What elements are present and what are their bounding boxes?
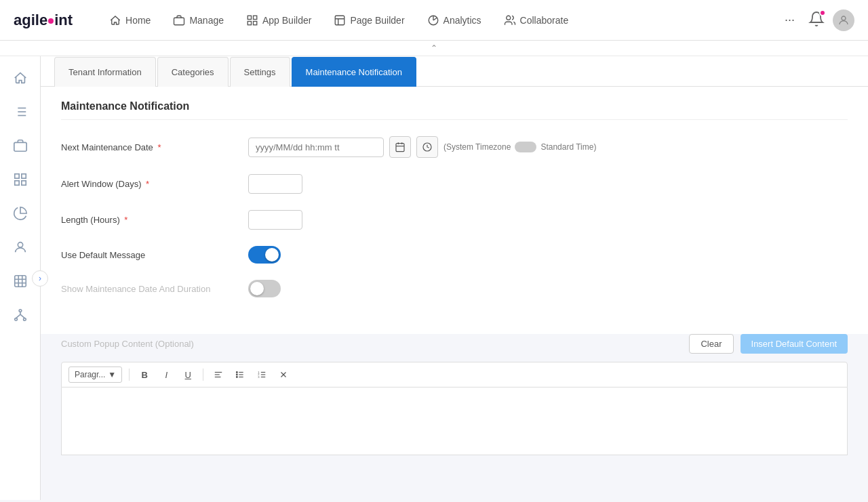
sidebar-expand-button[interactable]: › xyxy=(32,270,48,287)
sidebar-icon-nodes[interactable] xyxy=(5,300,35,330)
ordered-list-button[interactable]: 123 xyxy=(254,367,270,383)
sidebar-icon-briefcase[interactable] xyxy=(5,131,35,161)
nav-label-app-builder: App Builder xyxy=(262,15,311,26)
svg-point-8 xyxy=(842,16,846,20)
calendar-picker-button[interactable] xyxy=(389,136,411,158)
clear-button[interactable]: Clear xyxy=(689,334,733,354)
users-nav-icon xyxy=(504,14,516,26)
collapse-button[interactable]: ⌃ xyxy=(431,43,437,53)
field-show-maintenance-date: Show Maintenance Date And Duration xyxy=(61,280,848,297)
sidebar-list-icon xyxy=(13,104,28,119)
unordered-list-button[interactable] xyxy=(232,367,248,383)
tab-maintenance-notification[interactable]: Maintenance Notification xyxy=(292,57,416,87)
italic-button[interactable]: I xyxy=(158,367,174,383)
nav-label-analytics: Analytics xyxy=(443,15,481,26)
nav-item-collaborate[interactable]: Collaborate xyxy=(494,9,578,32)
notification-dot xyxy=(819,9,826,16)
length-hours-input[interactable] xyxy=(248,210,302,230)
field-alert-window: Alert Window (Days) * xyxy=(61,174,848,194)
svg-rect-16 xyxy=(14,174,18,178)
paragraph-dropdown-icon: ▼ xyxy=(108,370,116,379)
notification-bell[interactable] xyxy=(808,11,825,29)
nav-item-home[interactable]: Home xyxy=(100,9,160,32)
bold-button[interactable]: B xyxy=(136,367,153,383)
svg-rect-3 xyxy=(248,21,251,24)
align-left-button[interactable] xyxy=(210,367,226,383)
toggle-track-show xyxy=(248,280,281,297)
timezone-label: (System Timezone Standard Time) xyxy=(443,142,596,152)
tab-categories[interactable]: Categories xyxy=(157,57,229,87)
sidebar-icon-dashboard[interactable] xyxy=(5,165,35,194)
svg-rect-17 xyxy=(21,174,25,178)
logo-dot xyxy=(48,18,54,24)
label-show-maintenance-date: Show Maintenance Date And Duration xyxy=(61,284,237,294)
sidebar-icon-home[interactable] xyxy=(5,63,35,93)
editor-toolbar: Paragr... ▼ B I U 123 xyxy=(61,362,848,388)
tab-tenant-information[interactable]: Tenant Information xyxy=(54,57,156,87)
svg-rect-15 xyxy=(14,142,26,151)
nav-item-analytics[interactable]: Analytics xyxy=(418,9,491,32)
align-left-icon xyxy=(214,370,223,379)
section-title: Maintenance Notification xyxy=(61,100,848,120)
toggle-track-default xyxy=(248,246,281,264)
user-avatar[interactable] xyxy=(833,9,854,31)
date-input-group: (System Timezone Standard Time) xyxy=(248,136,596,158)
sidebar-icon-chart[interactable] xyxy=(5,198,35,228)
underline-button[interactable]: U xyxy=(180,367,196,383)
clear-format-button[interactable] xyxy=(275,367,292,383)
use-default-message-toggle[interactable] xyxy=(248,246,281,264)
svg-point-7 xyxy=(506,16,510,20)
main-content: Tenant Information Categories Settings M… xyxy=(41,56,868,500)
sidebar-icon-list[interactable] xyxy=(5,97,35,127)
clock-icon xyxy=(422,142,433,152)
logo[interactable]: agileint xyxy=(14,12,73,29)
toolbar-divider-2 xyxy=(203,369,203,381)
svg-rect-2 xyxy=(253,16,256,19)
editor-body[interactable] xyxy=(61,388,848,455)
svg-rect-25 xyxy=(396,144,404,152)
field-length-hours: Length (Hours) * xyxy=(61,210,848,230)
label-length-hours: Length (Hours) * xyxy=(61,215,237,225)
next-maintenance-date-input[interactable] xyxy=(248,138,384,157)
show-maintenance-date-toggle[interactable] xyxy=(248,280,281,297)
svg-point-37 xyxy=(237,374,238,375)
time-picker-button[interactable] xyxy=(416,136,438,158)
svg-rect-4 xyxy=(253,21,256,24)
tabs-bar: Tenant Information Categories Settings M… xyxy=(41,56,868,87)
sidebar-briefcase-icon xyxy=(13,138,28,153)
nav-item-app-builder[interactable]: App Builder xyxy=(237,9,321,32)
top-nav: agileint Home Manage App Builder Page Bu… xyxy=(0,0,868,41)
svg-point-24 xyxy=(23,318,26,321)
folder-nav-icon xyxy=(173,14,185,26)
sidebar-nodes-icon xyxy=(13,308,28,322)
alert-window-input[interactable] xyxy=(248,174,302,194)
editor-header: Custom Popup Content (Optional) Clear In… xyxy=(61,334,848,354)
grid-nav-icon xyxy=(246,14,258,26)
required-star-date: * xyxy=(157,142,161,152)
field-use-default-message: Use Default Message xyxy=(61,246,848,264)
logo-text: agileint xyxy=(14,12,73,29)
sidebar-icon-table[interactable] xyxy=(5,266,35,296)
tab-settings[interactable]: Settings xyxy=(230,57,290,87)
nav-item-page-builder[interactable]: Page Builder xyxy=(324,9,414,32)
svg-point-36 xyxy=(237,372,238,373)
sidebar-chart-icon xyxy=(13,206,28,221)
nav-label-home: Home xyxy=(125,15,151,26)
timezone-pill xyxy=(515,142,536,152)
nav-label-collaborate: Collaborate xyxy=(520,15,569,26)
svg-point-22 xyxy=(19,310,22,312)
svg-rect-5 xyxy=(336,16,345,25)
clear-format-icon xyxy=(279,370,288,379)
paragraph-format-select[interactable]: Paragr... ▼ xyxy=(68,367,122,383)
sidebar-icon-person[interactable] xyxy=(5,232,35,262)
svg-rect-19 xyxy=(21,181,25,185)
field-next-maintenance-date: Next Maintenance Date * (System Timezone… xyxy=(61,136,848,158)
more-menu-button[interactable]: ··· xyxy=(779,10,800,30)
ordered-list-icon: 123 xyxy=(257,370,267,379)
nav-item-manage[interactable]: Manage xyxy=(163,9,233,32)
label-next-maintenance-date: Next Maintenance Date * xyxy=(61,142,237,152)
svg-rect-21 xyxy=(14,276,26,287)
collapse-bar: ⌃ xyxy=(0,41,868,56)
insert-default-content-button[interactable]: Insert Default Content xyxy=(741,334,848,354)
unordered-list-icon xyxy=(235,370,245,379)
